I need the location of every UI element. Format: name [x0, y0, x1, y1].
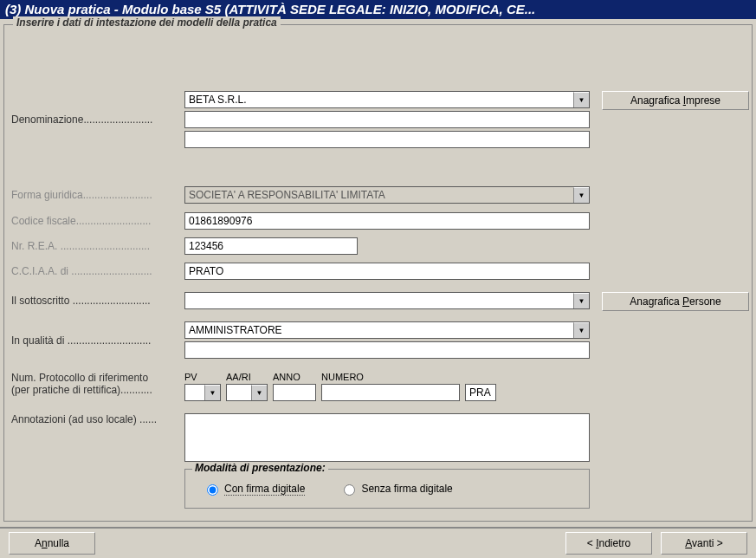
- bottom-bar: Annulla < Indietro Avanti >: [0, 527, 756, 558]
- chevron-down-icon[interactable]: ▼: [204, 385, 220, 400]
- protocollo-anno-input[interactable]: [273, 384, 316, 401]
- protocollo-hdr-aari: AA/RI: [226, 372, 268, 384]
- chevron-down-icon[interactable]: ▼: [573, 293, 589, 308]
- chevron-down-icon: ▼: [573, 187, 589, 203]
- denominazione-line2[interactable]: [184, 111, 590, 128]
- in-qualita-line2[interactable]: [184, 341, 590, 359]
- label-protocollo: Num. Protocollo di riferimento: [11, 372, 184, 384]
- sottoscritto-input[interactable]: [185, 293, 573, 308]
- protocollo-aari-select[interactable]: ▼: [226, 384, 268, 401]
- nr-rea-input[interactable]: [184, 237, 358, 255]
- annotazioni-textarea[interactable]: [184, 413, 590, 462]
- label-denominazione: Denominazione........................: [11, 114, 184, 126]
- label-sottoscritto: Il sottoscritto ........................…: [11, 295, 184, 307]
- radio-con-firma-input[interactable]: [207, 484, 218, 496]
- label-codice-fiscale: Codice fiscale..........................: [11, 215, 184, 227]
- codice-fiscale-input[interactable]: [184, 212, 590, 230]
- denominazione-select[interactable]: ▼: [184, 91, 590, 108]
- radio-con-firma-label: Con firma digitale: [224, 483, 305, 496]
- label-cciaa: C.C.I.A.A. di ..........................…: [11, 265, 184, 277]
- in-qualita-select[interactable]: ▼: [184, 321, 590, 339]
- main-fieldset: Inserire i dati di intestazione dei mode…: [3, 24, 753, 522]
- chevron-down-icon[interactable]: ▼: [573, 322, 589, 338]
- protocollo-pv-select[interactable]: ▼: [184, 384, 221, 401]
- protocollo-hdr-numero: NUMERO: [321, 372, 460, 384]
- protocollo-hdr-anno: ANNO: [273, 372, 316, 384]
- forma-giuridica-select: ▼: [184, 186, 590, 204]
- avanti-button[interactable]: Avanti >: [661, 532, 747, 555]
- denominazione-input[interactable]: [185, 92, 573, 107]
- denominazione-line3[interactable]: [184, 131, 590, 148]
- presentation-fieldset: Modalità di presentazione: Con firma dig…: [184, 469, 590, 509]
- label-nr-rea: Nr. R.E.A. .............................…: [11, 240, 184, 252]
- radio-senza-firma[interactable]: Senza firma digitale: [339, 482, 452, 496]
- sottoscritto-select[interactable]: ▼: [184, 292, 590, 309]
- chevron-down-icon[interactable]: ▼: [251, 385, 267, 400]
- indietro-button[interactable]: < Indietro: [565, 532, 652, 555]
- protocollo-suffix: [465, 384, 496, 401]
- in-qualita-input[interactable]: [185, 322, 573, 338]
- label-in-qualita: In qualità di ..........................…: [11, 334, 184, 347]
- anagrafica-imprese-button[interactable]: Anagrafica Imprese: [602, 91, 749, 110]
- protocollo-numero-input[interactable]: [321, 384, 460, 401]
- annulla-button[interactable]: Annulla: [9, 532, 95, 555]
- label-protocollo-sub: (per pratiche di rettifica)...........: [11, 384, 184, 396]
- radio-senza-firma-input[interactable]: [344, 484, 355, 496]
- fieldset-legend: Inserire i dati di intestazione dei mode…: [13, 16, 281, 29]
- protocollo-hdr-pv: PV: [184, 372, 221, 384]
- label-annotazioni: Annotazioni (ad uso locale) ......: [11, 413, 184, 425]
- radio-con-firma[interactable]: Con firma digitale: [203, 482, 305, 496]
- radio-senza-firma-label: Senza firma digitale: [361, 483, 452, 495]
- presentation-legend: Modalità di presentazione:: [192, 462, 328, 474]
- anagrafica-persone-button[interactable]: Anagrafica Persone: [602, 292, 749, 311]
- chevron-down-icon[interactable]: ▼: [573, 92, 589, 107]
- protocollo-pv-input[interactable]: [185, 385, 204, 400]
- label-forma-giuridica: Forma giuridica........................: [11, 189, 184, 201]
- forma-giuridica-value: [185, 187, 573, 203]
- protocollo-aari-input[interactable]: [227, 385, 251, 400]
- cciaa-input[interactable]: [184, 263, 590, 280]
